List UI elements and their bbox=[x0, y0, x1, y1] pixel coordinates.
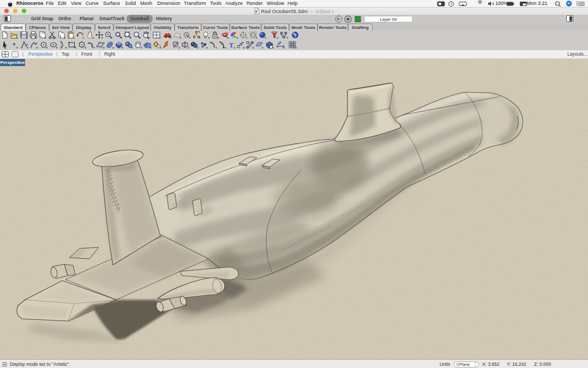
svg-text:T: T bbox=[229, 41, 234, 49]
svg-text:?: ? bbox=[293, 33, 297, 38]
svg-text:CPlane: CPlane bbox=[457, 362, 470, 367]
svg-text:Layer 04: Layer 04 bbox=[380, 17, 397, 22]
